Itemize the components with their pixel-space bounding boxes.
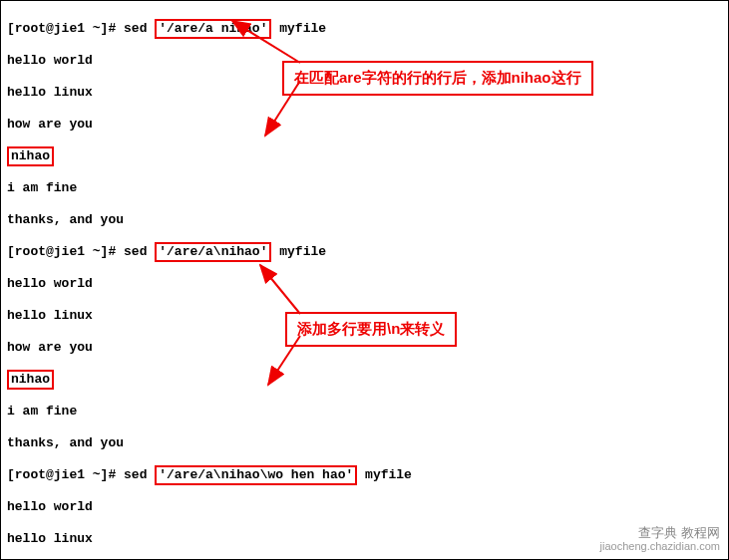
cmd-line-2: [root@jie1 ~]# sed '/are/a\nihao' myfile: [7, 244, 722, 260]
cmd-line-1: [root@jie1 ~]# sed '/are/a nihao' myfile: [7, 21, 722, 37]
arg-box-2: '/are/a\nihao': [155, 242, 271, 262]
output-box-nihao-1: nihao: [7, 146, 54, 166]
watermark: 查字典 教程网 jiaocheng.chazidian.com: [600, 526, 720, 553]
output-box-nihao-2: nihao: [7, 370, 54, 390]
arg-box-1: '/are/a nihao': [155, 19, 271, 39]
callout-2: 添加多行要用\n来转义: [285, 312, 457, 347]
arg-box-3: '/are/a\nihao\wo hen hao': [155, 465, 357, 485]
cmd-line-3: [root@jie1 ~]# sed '/are/a\nihao\wo hen …: [7, 467, 722, 483]
callout-1: 在匹配are字符的行的行后，添加nihao这行: [282, 61, 593, 96]
